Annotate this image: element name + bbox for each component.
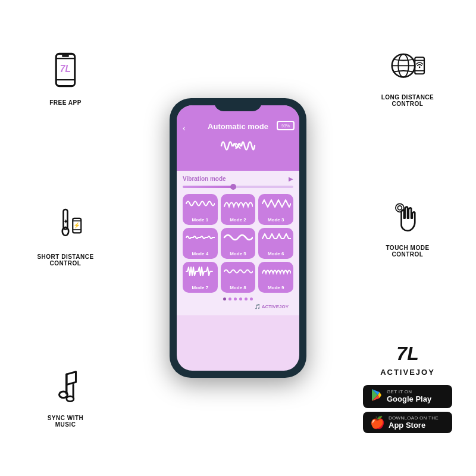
app-header: ‹ Automatic mode 93% xyxy=(177,105,299,171)
svg-text:⚡: ⚡ xyxy=(73,222,81,229)
short-distance-label: SHORT DISTANCE CONTROL xyxy=(37,253,93,267)
mode-8-wave xyxy=(223,265,253,278)
feature-sync-music: SYNC WITH MUSIC xyxy=(42,364,89,428)
main-container: 7L FREE APP ✦ ⚡ xyxy=(0,0,476,476)
mode-7-button[interactable]: Mode 7 xyxy=(183,262,218,293)
mode-8-button[interactable]: Mode 8 xyxy=(221,262,256,293)
app-title: Automatic mode xyxy=(184,122,292,131)
mode-3-label: Mode 3 xyxy=(268,217,284,223)
google-play-sub: GET IT ON xyxy=(387,389,431,394)
play-button[interactable]: ▶ xyxy=(289,176,293,182)
phone-mockup: ‹ Automatic mode 93% xyxy=(170,98,306,378)
app-store-text: Download on the App Store xyxy=(389,415,439,430)
svg-point-12 xyxy=(60,392,68,398)
mode-6-wave xyxy=(261,231,291,245)
mode-9-label: Mode 9 xyxy=(268,285,284,290)
touch-mode-label: TOUCH MODE CONTROL xyxy=(386,245,429,258)
svg-point-22 xyxy=(419,67,421,68)
dot-5[interactable] xyxy=(245,298,248,300)
app-store-main: App Store xyxy=(389,421,439,430)
svg-text:✦: ✦ xyxy=(63,218,68,225)
svg-point-23 xyxy=(396,203,404,212)
modes-grid: Mode 1 Mode 2 xyxy=(183,194,293,293)
mode-2-label: Mode 2 xyxy=(230,217,246,223)
mode-7-wave xyxy=(185,265,215,278)
app-body: Vibration mode ▶ xyxy=(177,171,299,315)
google-play-icon xyxy=(370,389,383,405)
google-play-button[interactable]: GET IT ON Google Play xyxy=(363,385,452,408)
brand-logo-icon: 7L xyxy=(396,344,418,363)
free-app-label: FREE APP xyxy=(49,99,82,106)
mode-5-wave xyxy=(223,231,253,245)
google-play-text: GET IT ON Google Play xyxy=(387,389,431,403)
feature-free-app: 7L FREE APP xyxy=(42,48,89,106)
dot-6[interactable] xyxy=(250,298,253,300)
mode-5-button[interactable]: Mode 5 xyxy=(221,228,256,259)
dot-2[interactable] xyxy=(228,298,231,300)
mode-2-wave xyxy=(223,198,253,211)
phone-frame: ‹ Automatic mode 93% xyxy=(170,98,306,378)
mode-1-button[interactable]: Mode 1 xyxy=(183,194,218,225)
vibration-mode-row: Vibration mode ▶ xyxy=(183,176,293,182)
store-section: 7L ACTIVEJOY GET IT ON Google Play xyxy=(363,344,452,433)
long-distance-icon xyxy=(384,43,431,90)
dot-1[interactable] xyxy=(223,298,226,300)
touch-mode-icon xyxy=(384,193,431,241)
mode-3-button[interactable]: Mode 3 xyxy=(258,194,293,225)
app-footer-brand: 🎵 ACTIVEJOY xyxy=(183,303,293,311)
mode-7-label: Mode 7 xyxy=(192,285,209,290)
free-app-icon: 7L xyxy=(42,48,89,96)
mode-6-label: Mode 6 xyxy=(268,251,284,256)
mode-5-label: Mode 5 xyxy=(230,251,246,256)
short-distance-icon: ✦ ⚡ xyxy=(42,202,89,250)
battery-indicator: 93% xyxy=(277,121,295,130)
sync-music-label: SYNC WITH MUSIC xyxy=(48,415,84,428)
feature-long-distance: LONG DISTANCE CONTROL xyxy=(381,43,434,107)
apple-icon: 🍎 xyxy=(370,415,385,430)
mode-8-label: Mode 8 xyxy=(230,285,246,290)
mode-4-button[interactable]: Mode 4 xyxy=(183,228,218,259)
mode-1-label: Mode 1 xyxy=(192,217,209,223)
svg-point-24 xyxy=(397,206,402,210)
brand-name: ACTIVEJOY xyxy=(380,368,435,377)
phone-notch xyxy=(214,98,262,111)
feature-touch-mode: TOUCH MODE CONTROL xyxy=(384,193,431,258)
phone-screen: ‹ Automatic mode 93% xyxy=(177,105,299,371)
back-button[interactable]: ‹ xyxy=(183,123,186,133)
mode-6-button[interactable]: Mode 6 xyxy=(258,228,293,259)
mode-3-wave xyxy=(261,198,291,211)
slider-thumb[interactable] xyxy=(230,184,236,190)
left-features-column: 7L FREE APP ✦ ⚡ xyxy=(18,0,113,476)
right-features-column: LONG DISTANCE CONTROL TOUCH MODE CONTROL… xyxy=(351,0,464,476)
long-distance-label: LONG DISTANCE CONTROL xyxy=(381,94,434,107)
sync-music-icon xyxy=(42,364,89,411)
svg-rect-3 xyxy=(62,55,69,57)
mode-1-wave xyxy=(185,198,215,211)
app-store-sub: Download on the xyxy=(389,415,439,421)
slider-track[interactable] xyxy=(183,186,293,188)
page-dots xyxy=(183,298,293,300)
mode-2-button[interactable]: Mode 2 xyxy=(221,194,256,225)
mode-9-button[interactable]: Mode 9 xyxy=(258,262,293,293)
dot-4[interactable] xyxy=(239,298,242,300)
slider-row[interactable] xyxy=(183,186,293,188)
slider-fill xyxy=(183,186,233,188)
svg-point-6 xyxy=(62,227,69,236)
mode-4-label: Mode 4 xyxy=(192,251,209,256)
svg-rect-19 xyxy=(415,58,424,74)
google-play-main: Google Play xyxy=(387,394,431,403)
vibration-pattern-icon xyxy=(184,137,292,159)
feature-short-distance: ✦ ⚡ SHORT DISTANCE CONTROL xyxy=(37,202,93,267)
mode-4-wave xyxy=(185,231,215,245)
dot-3[interactable] xyxy=(234,298,237,300)
mode-9-wave xyxy=(261,265,291,278)
vibration-mode-label: Vibration mode xyxy=(183,176,289,182)
app-store-button[interactable]: 🍎 Download on the App Store xyxy=(363,412,452,433)
svg-point-13 xyxy=(67,396,74,402)
svg-text:7L: 7L xyxy=(60,64,71,74)
